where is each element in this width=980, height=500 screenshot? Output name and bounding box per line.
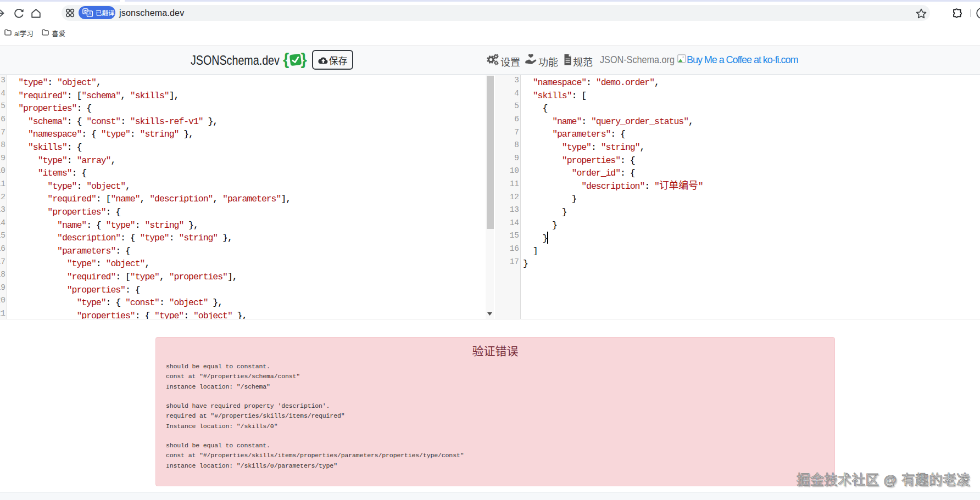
svg-text:A: A <box>88 11 92 16</box>
